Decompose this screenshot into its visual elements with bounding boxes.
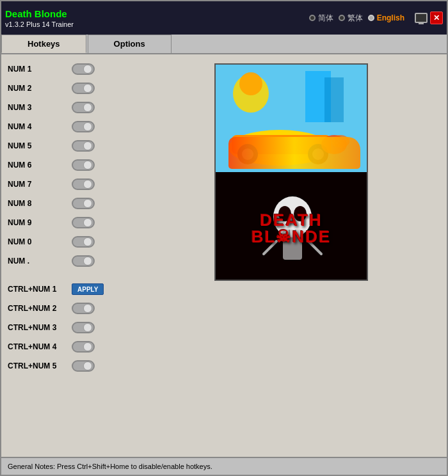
svg-rect-6 — [232, 135, 331, 154]
window-controls: ✕ — [415, 12, 443, 24]
lang-traditional[interactable]: 繁体 — [339, 13, 363, 24]
svg-point-9 — [308, 144, 328, 164]
hotkey-row-num0: NUM 0 — [8, 234, 136, 250]
radio-simplified[interactable] — [309, 15, 316, 21]
toggle-num2[interactable] — [72, 83, 95, 94]
hotkey-row-num2: NUM 2 — [8, 80, 136, 97]
lang-simplified-label: 简体 — [318, 13, 333, 24]
toggle-numdot[interactable] — [72, 255, 95, 267]
hotkey-row-num4: NUM 4 — [8, 118, 136, 135]
toggle-num1[interactable] — [72, 63, 95, 75]
toggle-num3[interactable] — [72, 102, 95, 113]
lang-traditional-label: 繁体 — [348, 13, 363, 24]
title-controls: 简体 繁体 English ✕ — [309, 12, 443, 24]
hotkey-label-ctrlnum3: CTRL+NUM 3 — [8, 323, 65, 332]
svg-point-7 — [237, 144, 258, 164]
radio-english[interactable] — [368, 15, 374, 21]
close-button[interactable]: ✕ — [430, 12, 443, 24]
hotkey-label-num6: NUM 6 — [8, 161, 65, 170]
game-image-top — [216, 65, 367, 172]
hotkey-label-num2: NUM 2 — [8, 84, 65, 93]
game-title: Death Blonde — [5, 8, 74, 19]
game-title-overlay: DEATHBL☠NDE — [252, 212, 332, 245]
game-scene-svg — [216, 65, 367, 172]
svg-rect-2 — [324, 77, 344, 122]
hotkey-label-ctrlnum2: CTRL+NUM 2 — [8, 304, 65, 313]
hotkeys-list: NUM 1 NUM 2 NUM 3 NUM 4 NUM 5 NUM 6 — [8, 61, 136, 450]
svg-point-4 — [239, 72, 262, 95]
hotkey-row-num9: NUM 9 — [8, 214, 136, 231]
monitor-icon[interactable] — [415, 13, 428, 23]
toggle-num7[interactable] — [72, 178, 95, 190]
hotkey-row-num1: NUM 1 — [8, 61, 136, 77]
hotkey-label-ctrlnum5: CTRL+NUM 5 — [8, 361, 65, 370]
toggle-num8[interactable] — [72, 198, 95, 209]
hotkey-label-num9: NUM 9 — [8, 218, 65, 227]
toggle-num6[interactable] — [72, 159, 95, 171]
hotkey-row-numdot: NUM . — [8, 253, 136, 269]
main-content: Hotkeys Options NUM 1 NUM 2 NUM 3 NUM 4 — [1, 35, 447, 457]
tab-hotkeys[interactable]: Hotkeys — [1, 35, 86, 53]
hotkey-row-ctrlnum5: CTRL+NUM 5 — [8, 358, 136, 374]
title-bar: Death Blonde v1.3.2 Plus 14 Trainer 简体 繁… — [1, 1, 447, 35]
radio-traditional[interactable] — [339, 15, 345, 21]
game-image-bottom: DEATHBL☠NDE — [216, 172, 367, 280]
svg-point-10 — [312, 148, 324, 160]
version-label: v1.3.2 Plus 14 Trainer — [5, 20, 74, 28]
hotkey-label-num4: NUM 4 — [8, 122, 65, 131]
tab-bar: Hotkeys Options — [1, 35, 447, 54]
footer-bar: General Notes: Press Ctrl+Shift+Home to … — [1, 457, 447, 475]
hotkey-label-num8: NUM 8 — [8, 199, 65, 208]
game-image-area: DEATHBL☠NDE — [142, 61, 440, 450]
lang-english-label: English — [377, 13, 404, 22]
toggle-ctrlnum4[interactable] — [72, 341, 95, 353]
hotkey-row-ctrlnum4: CTRL+NUM 4 — [8, 338, 136, 355]
hotkey-row-num5: NUM 5 — [8, 138, 136, 154]
apply-button[interactable]: APPLY — [72, 283, 104, 295]
svg-point-8 — [242, 148, 253, 160]
toggle-ctrlnum5[interactable] — [72, 360, 95, 372]
hotkey-label-num1: NUM 1 — [8, 65, 65, 74]
hotkey-label-numdot: NUM . — [8, 257, 65, 266]
hotkey-row-ctrlnum1: CTRL+NUM 1 APPLY — [8, 281, 136, 298]
toggle-num0[interactable] — [72, 236, 95, 248]
toggle-num5[interactable] — [72, 140, 95, 152]
toggle-ctrlnum3[interactable] — [72, 322, 95, 333]
svg-point-12 — [332, 135, 349, 148]
hotkey-row-num8: NUM 8 — [8, 195, 136, 212]
hotkey-row-num7: NUM 7 — [8, 176, 136, 193]
hotkey-label-ctrlnum4: CTRL+NUM 4 — [8, 342, 65, 351]
lang-simplified[interactable]: 简体 — [309, 13, 333, 24]
hotkey-label-num5: NUM 5 — [8, 141, 65, 150]
hotkey-label-num0: NUM 0 — [8, 237, 65, 246]
svg-point-11 — [321, 135, 347, 154]
game-cover-image: DEATHBL☠NDE — [214, 63, 368, 281]
hotkey-spacer — [8, 272, 136, 278]
title-info: Death Blonde v1.3.2 Plus 14 Trainer — [5, 8, 74, 28]
toggle-ctrlnum2[interactable] — [72, 303, 95, 314]
lang-english[interactable]: English — [368, 13, 404, 22]
toggle-num9[interactable] — [72, 217, 95, 228]
hotkey-row-ctrlnum3: CTRL+NUM 3 — [8, 319, 136, 336]
toggle-num4[interactable] — [72, 121, 95, 132]
tab-options[interactable]: Options — [88, 35, 172, 53]
hotkey-row-num3: NUM 3 — [8, 99, 136, 116]
footer-text: General Notes: Press Ctrl+Shift+Home to … — [8, 463, 212, 470]
hotkey-label-ctrlnum1: CTRL+NUM 1 — [8, 285, 65, 294]
hotkey-label-num7: NUM 7 — [8, 180, 65, 189]
content-panel: NUM 1 NUM 2 NUM 3 NUM 4 NUM 5 NUM 6 — [1, 54, 447, 457]
hotkey-row-ctrlnum2: CTRL+NUM 2 — [8, 300, 136, 317]
hotkey-label-num3: NUM 3 — [8, 103, 65, 112]
hotkey-row-num6: NUM 6 — [8, 157, 136, 173]
